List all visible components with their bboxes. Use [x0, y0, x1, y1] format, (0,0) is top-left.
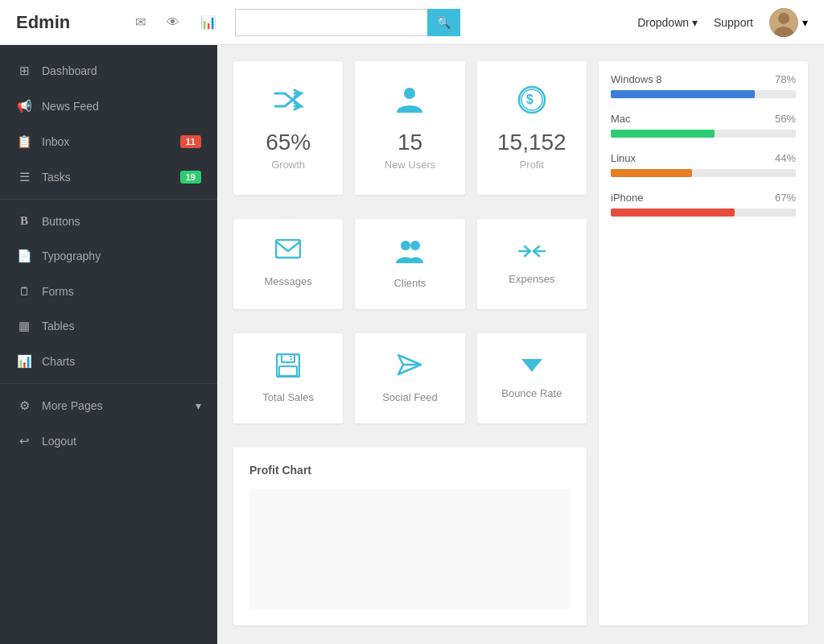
search-form: 🔍 — [235, 9, 460, 36]
gear-icon: ⚙ — [16, 398, 32, 413]
stats-name-linux: Linux — [611, 152, 636, 164]
stat-cards: 65% Growth 15 New Users — [233, 61, 587, 195]
shuffle-icon — [249, 85, 327, 122]
clients-label: Clients — [371, 277, 448, 289]
profit-value: 15,152 — [493, 130, 571, 155]
tables-icon: ▦ — [16, 319, 32, 333]
progress-fill-iphone — [611, 208, 735, 217]
sidebar: ⊞ Dashboard 📢 News Feed 📋 Inbox 11 ☰ Tas… — [0, 45, 217, 644]
stats-panel: Windows 8 78% Mac 56% Linux 44% iPhone 6… — [599, 61, 808, 625]
sidebar-item-logout[interactable]: ↩ Logout — [0, 423, 217, 459]
avatar-arrow-icon: ▾ — [802, 16, 808, 29]
sidebar-item-tables[interactable]: ▦ Tables — [0, 308, 217, 344]
svg-rect-13 — [282, 354, 295, 362]
svg-point-8 — [401, 241, 410, 250]
progress-bg-linux — [611, 169, 796, 177]
sidebar-divider-1 — [0, 199, 217, 200]
sidebar-label-tables: Tables — [42, 320, 74, 332]
sidebar-label-charts: Charts — [42, 355, 75, 368]
sidebar-item-charts[interactable]: 📊 Charts — [0, 344, 217, 379]
new-users-value: 15 — [371, 130, 448, 155]
sidebar-item-more-pages[interactable]: ⚙ More Pages ▾ — [0, 388, 217, 423]
save-icon — [249, 353, 327, 383]
eye-icon[interactable]: 👁 — [160, 12, 186, 33]
progress-bg-windows8 — [611, 90, 796, 98]
stats-panel-item-linux: Linux 44% — [611, 152, 796, 177]
action-card-clients[interactable]: Clients — [355, 219, 464, 309]
sidebar-item-typography[interactable]: 📄 Typography — [0, 238, 217, 274]
avatar-image — [769, 8, 798, 37]
sidebar-item-news-feed[interactable]: 📢 News Feed — [0, 89, 217, 124]
sidebar-label-inbox: Inbox — [42, 135, 69, 148]
stats-pct-linux: 44% — [775, 152, 796, 164]
action-card-messages[interactable]: Messages — [233, 219, 343, 309]
bounce-rate-icon — [493, 353, 571, 379]
profit-chart-title: Profit Chart — [249, 464, 571, 477]
svg-marker-19 — [521, 359, 542, 372]
sidebar-label-more-pages: More Pages — [42, 399, 102, 412]
more-pages-arrow-icon: ▾ — [196, 399, 201, 412]
inbox-badge: 11 — [180, 135, 201, 148]
action-cards-bottom: Total Sales Social Feed — [233, 333, 587, 423]
social-feed-label: Social Feed — [371, 391, 448, 403]
svg-rect-7 — [276, 240, 300, 258]
topnav-right: Dropdown ▾ Support ▾ — [637, 8, 808, 37]
svg-point-1 — [778, 13, 789, 24]
messages-icon — [249, 239, 327, 267]
typography-icon: 📄 — [16, 249, 32, 263]
action-card-bounce-rate[interactable]: Bounce Rate — [477, 333, 587, 423]
progress-fill-mac — [611, 130, 715, 138]
growth-label: Growth — [249, 159, 327, 171]
main-content: 65% Growth 15 New Users — [217, 45, 824, 644]
sidebar-item-tasks[interactable]: ☰ Tasks 19 — [0, 159, 217, 195]
tasks-icon: ☰ — [16, 170, 32, 184]
support-link[interactable]: Support — [714, 16, 753, 29]
action-card-expenses[interactable]: Expenses — [477, 219, 587, 309]
left-section: 65% Growth 15 New Users — [233, 61, 587, 625]
logout-icon: ↩ — [16, 434, 32, 448]
coin-icon: $ — [493, 85, 571, 122]
progress-bg-iphone — [611, 208, 796, 217]
tasks-badge: 19 — [180, 171, 201, 184]
stats-header-linux: Linux 44% — [611, 152, 796, 164]
avatar[interactable]: ▾ — [769, 8, 808, 37]
chart-icon[interactable]: 📊 — [194, 11, 223, 33]
svg-rect-14 — [279, 366, 297, 376]
total-sales-label: Total Sales — [249, 391, 327, 403]
dropdown-menu[interactable]: Dropdown ▾ — [637, 16, 698, 29]
top-section: 65% Growth 15 New Users — [233, 61, 808, 625]
grid-icon: ⊞ — [16, 64, 32, 78]
action-cards-top: Messages Clients — [233, 219, 587, 309]
dropdown-arrow-icon: ▾ — [692, 16, 698, 29]
profit-chart-area — [249, 489, 571, 609]
progress-bg-mac — [611, 130, 796, 138]
search-button[interactable]: 🔍 — [427, 9, 460, 36]
search-input[interactable] — [235, 9, 427, 36]
stat-card-profit: $ 15,152 Profit — [477, 61, 587, 195]
mail-icon[interactable]: ✉ — [129, 11, 152, 33]
sidebar-label-buttons: Buttons — [42, 215, 80, 228]
charts-icon: 📊 — [16, 354, 32, 369]
sidebar-label-news-feed: News Feed — [42, 100, 99, 113]
sidebar-item-inbox[interactable]: 📋 Inbox 11 — [0, 124, 217, 159]
stats-name-mac: Mac — [611, 113, 631, 125]
bounce-rate-label: Bounce Rate — [493, 387, 571, 399]
stats-name-iphone: iPhone — [611, 192, 643, 204]
svg-point-3 — [404, 88, 415, 99]
sidebar-item-buttons[interactable]: B Buttons — [0, 204, 217, 238]
expenses-icon — [493, 239, 571, 265]
sidebar-item-forms[interactable]: 🗒 Forms — [0, 274, 217, 308]
profit-chart-card: Profit Chart — [233, 448, 587, 625]
main-layout: ⊞ Dashboard 📢 News Feed 📋 Inbox 11 ☰ Tas… — [0, 45, 824, 644]
stat-card-new-users: 15 New Users — [355, 61, 464, 195]
sidebar-label-logout: Logout — [42, 435, 76, 448]
social-feed-icon — [371, 353, 448, 383]
user-icon — [371, 85, 448, 122]
sidebar-label-typography: Typography — [42, 250, 101, 262]
sidebar-label-dashboard: Dashboard — [42, 64, 97, 77]
action-card-total-sales[interactable]: Total Sales — [233, 333, 343, 423]
sidebar-item-dashboard[interactable]: ⊞ Dashboard — [0, 53, 217, 89]
stats-header-windows8: Windows 8 78% — [611, 73, 796, 85]
stats-panel-item-iphone: iPhone 67% — [611, 192, 796, 217]
action-card-social-feed[interactable]: Social Feed — [355, 333, 464, 423]
